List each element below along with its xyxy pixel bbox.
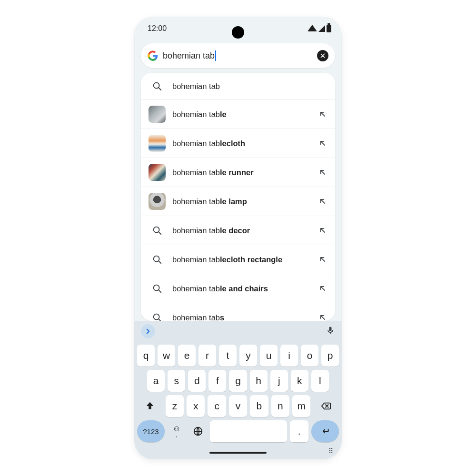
insert-query-button[interactable] — [318, 226, 327, 235]
suggestion-text: bohemian tabs — [172, 313, 311, 321]
suggestion-text: bohemian table — [172, 110, 311, 119]
clear-button[interactable] — [317, 50, 328, 61]
space-key[interactable] — [210, 420, 287, 442]
key-i[interactable]: i — [280, 345, 298, 367]
close-icon — [319, 52, 326, 59]
search-icon — [152, 225, 162, 236]
suggestion-search-icon — [149, 280, 166, 297]
key-v[interactable]: v — [229, 395, 247, 417]
search-bar[interactable]: bohemian tab — [141, 43, 335, 68]
suggestion-row[interactable]: bohemian tab — [141, 73, 335, 100]
key-r[interactable]: r — [198, 345, 216, 367]
svg-point-4 — [154, 256, 159, 262]
key-t[interactable]: t — [219, 345, 237, 367]
insert-arrow-icon — [318, 255, 327, 264]
symbols-key[interactable]: ?123 — [137, 420, 165, 442]
suggestions-scroll[interactable]: bohemian tabbohemian tablebohemian table… — [141, 73, 335, 321]
suggestion-text: bohemian tab — [172, 82, 327, 91]
suggestion-text: bohemian tablecloth — [172, 139, 311, 148]
battery-icon — [327, 25, 331, 32]
key-s[interactable]: s — [168, 370, 185, 392]
insert-query-button[interactable] — [318, 168, 327, 177]
svg-point-0 — [154, 83, 159, 89]
insert-query-button[interactable] — [318, 197, 327, 206]
key-l[interactable]: l — [311, 370, 329, 392]
key-o[interactable]: o — [301, 345, 318, 367]
key-d[interactable]: d — [188, 370, 206, 392]
search-icon — [152, 81, 162, 91]
wifi-icon — [307, 25, 317, 31]
suggestion-row[interactable]: bohemian table and chairs — [141, 274, 335, 303]
suggestion-row[interactable]: bohemian table — [141, 100, 335, 129]
globe-icon — [193, 426, 203, 436]
suggestion-row[interactable]: bohemian tablecloth rectangle — [141, 245, 335, 274]
key-c[interactable]: c — [208, 395, 226, 417]
emoji-key[interactable]: ☺, — [168, 420, 186, 442]
google-logo-icon — [148, 50, 158, 61]
suggestion-text: bohemian table lamp — [172, 197, 311, 206]
search-icon — [152, 254, 162, 265]
toolbar-expand-button[interactable] — [141, 324, 155, 338]
key-e[interactable]: e — [178, 345, 196, 367]
suggestion-row[interactable]: bohemian table lamp — [141, 187, 335, 216]
insert-query-button[interactable] — [318, 139, 327, 148]
chevron-right-icon — [144, 327, 152, 336]
enter-icon — [319, 426, 331, 436]
key-y[interactable]: y — [239, 345, 257, 367]
key-b[interactable]: b — [250, 395, 268, 417]
key-p[interactable]: p — [321, 345, 339, 367]
keyboard-area: qwertyuiop asdfghjkl zxcvbnm ?123☺,. ⠿ — [134, 321, 342, 459]
key-m[interactable]: m — [292, 395, 310, 417]
insert-query-button[interactable] — [318, 284, 327, 293]
key-f[interactable]: f — [208, 370, 226, 392]
insert-query-button[interactable] — [318, 109, 327, 119]
keyboard-switch-icon[interactable]: ⠿ — [328, 447, 334, 455]
search-query-text: bohemian tab — [163, 51, 215, 61]
enter-key[interactable] — [311, 420, 339, 442]
suggestion-row[interactable]: bohemian table runner — [141, 158, 335, 187]
nav-handle[interactable] — [209, 452, 267, 454]
cellular-icon — [318, 25, 325, 32]
suggestion-row[interactable]: bohemian table decor — [141, 216, 335, 245]
nav-bar[interactable] — [134, 446, 342, 459]
shift-key[interactable] — [137, 395, 163, 417]
suggestion-search-icon — [149, 309, 166, 321]
keyboard-toolbar — [134, 321, 342, 342]
key-w[interactable]: w — [158, 345, 175, 367]
language-key[interactable] — [189, 420, 208, 442]
key-h[interactable]: h — [250, 370, 268, 392]
suggestion-thumbnail — [149, 193, 166, 210]
insert-arrow-icon — [318, 139, 327, 148]
key-q[interactable]: q — [137, 345, 155, 367]
search-input[interactable]: bohemian tab — [163, 50, 312, 61]
search-icon — [152, 312, 162, 321]
key-n[interactable]: n — [271, 395, 289, 417]
svg-point-6 — [154, 285, 159, 291]
backspace-icon — [320, 401, 332, 411]
backspace-key[interactable] — [313, 395, 339, 417]
camera-hole — [232, 26, 244, 39]
suggestion-row[interactable]: bohemian tabs — [141, 303, 335, 321]
insert-query-button[interactable] — [318, 255, 327, 264]
period-key[interactable]: . — [290, 420, 308, 442]
insert-query-button[interactable] — [318, 313, 327, 321]
shift-icon — [145, 401, 155, 411]
mic-button[interactable] — [326, 326, 335, 337]
suggestion-row[interactable]: bohemian tablecloth — [141, 129, 335, 158]
suggestion-search-icon — [149, 222, 166, 239]
svg-line-1 — [159, 88, 161, 90]
insert-arrow-icon — [318, 197, 327, 206]
microphone-icon — [326, 326, 335, 335]
key-a[interactable]: a — [147, 370, 165, 392]
svg-point-10 — [194, 427, 202, 436]
key-j[interactable]: j — [270, 370, 288, 392]
key-x[interactable]: x — [187, 395, 205, 417]
svg-point-2 — [154, 227, 159, 233]
key-g[interactable]: g — [229, 370, 247, 392]
key-z[interactable]: z — [166, 395, 184, 417]
suggestion-thumbnail — [149, 164, 166, 181]
suggestion-text: bohemian table decor — [172, 226, 311, 235]
suggestion-text: bohemian tablecloth rectangle — [172, 255, 311, 264]
key-k[interactable]: k — [291, 370, 308, 392]
key-u[interactable]: u — [260, 345, 278, 367]
